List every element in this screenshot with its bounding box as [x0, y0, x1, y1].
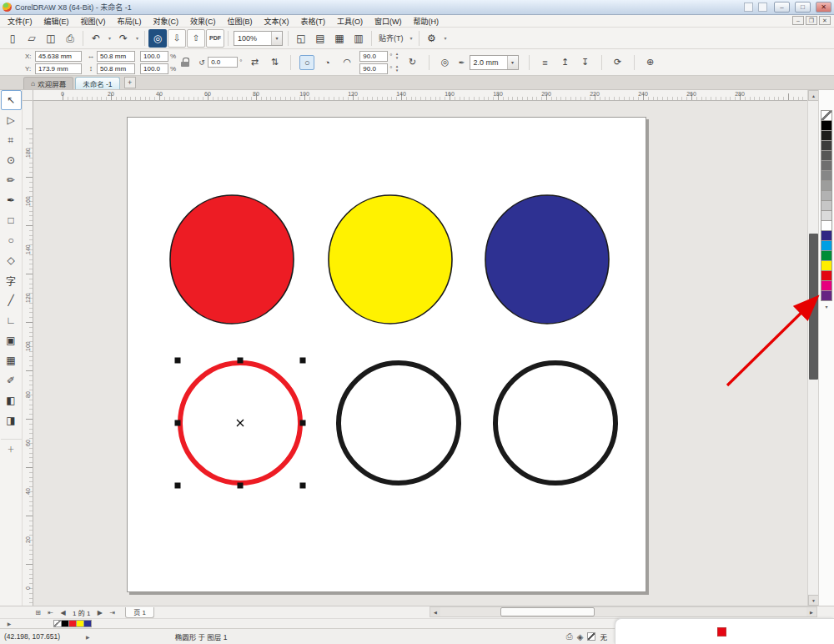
convert-to-curves-button[interactable]: ⟳	[610, 55, 626, 70]
tab-untitled-document[interactable]: 未命名 -1	[75, 77, 119, 89]
horizontal-scrollbar-thumb[interactable]	[500, 607, 595, 616]
search-content-button[interactable]: ◎	[148, 29, 167, 48]
lock-ratio-button[interactable]	[178, 55, 193, 70]
last-page-button[interactable]: ⇥	[106, 609, 118, 616]
new-document-tab-button[interactable]: +	[124, 77, 136, 88]
menu-item[interactable]: 表格(T)	[295, 15, 332, 28]
scroll-left-arrow[interactable]: ◀	[430, 607, 440, 616]
zoom-dropdown-arrow-icon[interactable]: ▾	[271, 32, 282, 45]
to-front-button[interactable]: ↥	[558, 55, 573, 70]
menu-item[interactable]: 帮助(H)	[408, 15, 445, 28]
selection-handle[interactable]	[238, 483, 244, 489]
save-button[interactable]: ◫	[42, 29, 60, 48]
menu-item[interactable]: 编辑(E)	[38, 15, 75, 28]
snap-to-dropdown[interactable]: ▾	[408, 29, 415, 48]
menu-item[interactable]: 视图(V)	[75, 15, 112, 28]
doc-swatch-blue[interactable]	[83, 620, 92, 627]
menu-item[interactable]: 工具(O)	[331, 15, 369, 28]
next-page-button[interactable]: ▶	[93, 609, 106, 616]
interactive-fill-tool[interactable]: ◧	[1, 390, 22, 410]
dimension-tool[interactable]: ╱	[1, 290, 22, 310]
selection-handle[interactable]	[300, 420, 306, 426]
polygon-tool[interactable]: ◇	[1, 250, 22, 270]
vertical-scrollbar-thumb[interactable]	[809, 234, 818, 380]
black-outline-circle-2[interactable]	[495, 363, 615, 483]
transparency-tool[interactable]: ▦	[1, 350, 22, 370]
minimize-button[interactable]: –	[774, 2, 790, 13]
import-button[interactable]: ⇩	[168, 29, 186, 48]
show-rulers-button[interactable]: ▤	[311, 29, 329, 48]
drop-shadow-tool[interactable]: ▣	[1, 330, 22, 350]
selection-handle[interactable]	[300, 483, 306, 489]
scale-v-field[interactable]: 100.0	[140, 63, 168, 74]
selection-handle[interactable]	[300, 358, 306, 364]
options-button[interactable]: ⚙	[423, 29, 441, 48]
outline-position-button[interactable]: ◎	[438, 55, 453, 70]
scale-h-field[interactable]: 100.0	[140, 51, 168, 62]
blue-filled-circle[interactable]	[485, 195, 609, 324]
change-direction-button[interactable]: ↻	[405, 55, 420, 70]
print-button[interactable]: ⎙	[61, 29, 79, 48]
vertical-scrollbar[interactable]: ▲ ▼	[807, 90, 818, 606]
to-back-button[interactable]: ↧	[578, 55, 593, 70]
spinner-arrows[interactable]: ▴▾	[394, 64, 400, 73]
doc-close-button[interactable]: ✕	[819, 16, 831, 25]
palette-scroll-down-button[interactable]: ▾	[825, 304, 827, 309]
vertical-ruler[interactable]: 180160140120100806040200	[23, 101, 33, 606]
pie-mode-button[interactable]: ◔	[319, 55, 334, 70]
yellow-filled-circle[interactable]	[329, 195, 452, 324]
full-screen-button[interactable]: ◱	[292, 29, 310, 48]
text-tool[interactable]: 字	[1, 270, 22, 290]
menu-item[interactable]: 效果(C)	[184, 15, 222, 28]
y-position-field[interactable]: 173.9 mm	[35, 63, 82, 74]
menu-item[interactable]: 对象(C)	[148, 15, 185, 28]
doc-minimize-button[interactable]: –	[792, 16, 804, 25]
ellipse-mode-button[interactable]: ○	[299, 55, 314, 70]
scroll-right-arrow[interactable]: ▶	[806, 607, 816, 616]
open-button[interactable]: ▱	[23, 29, 41, 48]
quick-customize-button[interactable]: ⊕	[643, 55, 658, 70]
artistic-media-tool[interactable]: ✒	[1, 190, 22, 210]
undo-dropdown[interactable]: ▾	[106, 29, 113, 48]
document-palette-expand-button[interactable]: ▶	[3, 621, 15, 626]
first-page-button[interactable]: ⇤	[44, 609, 57, 616]
connector-tool[interactable]: ∟	[1, 310, 22, 330]
menu-item[interactable]: 文本(X)	[259, 15, 295, 28]
previous-page-button[interactable]: ◀	[57, 609, 69, 616]
arc-start-angle-field[interactable]: 90.0	[359, 51, 388, 62]
horizontal-ruler[interactable]: 020406080100120140160180200220240260280	[33, 90, 807, 101]
add-tools-button[interactable]: ＋	[1, 439, 22, 459]
black-outline-circle-1[interactable]	[339, 363, 459, 483]
pick-tool[interactable]: ↖	[1, 90, 22, 110]
swatch-purple[interactable]	[821, 290, 832, 301]
snap-to-button[interactable]: 贴齐(T)	[375, 29, 407, 48]
app-launcher-dropdown[interactable]: ▾	[442, 29, 450, 48]
rectangle-tool[interactable]: □	[1, 210, 22, 230]
x-position-field[interactable]: 45.638 mm	[35, 51, 82, 62]
smart-fill-tool[interactable]: ◨	[1, 410, 22, 430]
selection-handle[interactable]	[175, 483, 181, 489]
selection-handle[interactable]	[175, 358, 181, 364]
wrap-text-button[interactable]: ≡	[538, 55, 553, 70]
tab-welcome-screen[interactable]: ⌂ 欢迎屏幕	[23, 77, 73, 89]
show-grid-button[interactable]: ▦	[330, 29, 349, 48]
drawing-canvas[interactable]	[33, 101, 807, 606]
publish-pdf-button[interactable]: PDF	[206, 29, 224, 48]
page-sorter-button[interactable]: ⊞	[32, 609, 44, 616]
arc-mode-button[interactable]: ◠	[339, 55, 354, 70]
rotation-angle-field[interactable]: 0.0	[208, 57, 238, 68]
export-button[interactable]: ⇧	[187, 29, 205, 48]
mirror-horizontal-button[interactable]: ⇄	[247, 55, 262, 70]
page-tab[interactable]: 页 1	[125, 607, 154, 618]
menu-item[interactable]: 位图(B)	[222, 15, 259, 28]
zoom-level-combobox[interactable]: 100% ▾	[234, 31, 283, 46]
object-width-field[interactable]: 50.8 mm	[97, 51, 135, 62]
red-filled-circle[interactable]	[170, 195, 294, 324]
object-height-field[interactable]: 50.8 mm	[97, 63, 135, 74]
crop-tool[interactable]: ⌗	[1, 130, 22, 150]
show-guidelines-button[interactable]: ▥	[349, 29, 368, 48]
arc-end-angle-field[interactable]: 90.0	[359, 63, 388, 74]
undo-button[interactable]: ↶	[87, 29, 105, 48]
doc-restore-button[interactable]: ❐	[806, 16, 817, 25]
redo-button[interactable]: ↷	[114, 29, 133, 48]
